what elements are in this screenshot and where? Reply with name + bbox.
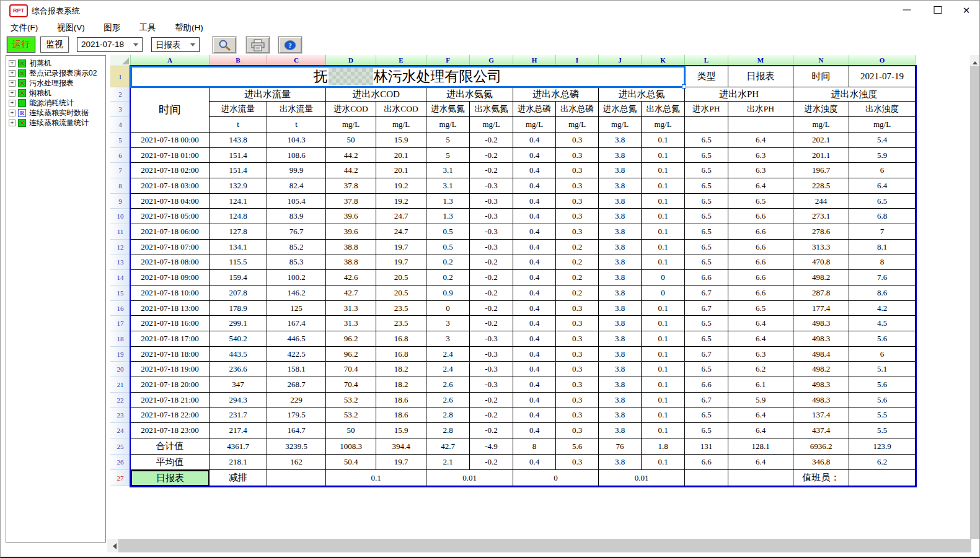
cell-O12[interactable]: 8.1 <box>849 240 916 255</box>
cell-L12[interactable]: 6.5 <box>685 240 728 255</box>
cell-K6[interactable]: 0.1 <box>642 148 685 163</box>
row-header-16[interactable]: 16 <box>110 301 131 316</box>
cell-D24[interactable]: 50 <box>326 423 376 438</box>
cell-H25[interactable]: 8 <box>513 438 556 455</box>
cell-J6[interactable]: 3.8 <box>599 148 642 163</box>
cell-G25[interactable]: -4.9 <box>470 438 513 455</box>
cell-H5[interactable]: 0.4 <box>513 133 556 148</box>
row-header-15[interactable]: 15 <box>110 286 131 301</box>
cell-C21[interactable]: 268.7 <box>267 377 326 393</box>
cell-A10-time[interactable]: 2021-07-18 05:00 <box>131 209 210 225</box>
cell-N5[interactable]: 202.1 <box>793 133 849 148</box>
cell-O7[interactable]: 6 <box>849 163 916 178</box>
cell-F19[interactable]: 2.4 <box>426 347 470 362</box>
cell-N9[interactable]: 244 <box>793 194 849 209</box>
cell-O14[interactable]: 7.6 <box>849 270 916 286</box>
cell-B7[interactable]: 151.4 <box>210 163 267 178</box>
cell-G17[interactable]: -0.2 <box>470 316 513 331</box>
cell-K7[interactable]: 0.1 <box>642 163 685 178</box>
cell-E6[interactable]: 20.1 <box>376 148 426 163</box>
row-header-2[interactable]: 2 <box>110 87 131 102</box>
cell-O22[interactable]: 5.6 <box>849 393 916 408</box>
cell-G11[interactable]: -0.3 <box>470 224 513 240</box>
cell-E20[interactable]: 18.2 <box>376 362 426 378</box>
cell-F16[interactable]: 0 <box>426 301 470 316</box>
cell-H27-value[interactable]: 0 <box>513 470 599 486</box>
cell-unit-11[interactable] <box>728 117 793 133</box>
cell-sub-header-1[interactable]: 出水流量 <box>267 102 326 117</box>
cell-C25[interactable]: 3239.5 <box>267 438 326 455</box>
cell-L14[interactable]: 6.6 <box>685 270 728 286</box>
cell-I7[interactable]: 0.3 <box>556 163 599 178</box>
cell-H14[interactable]: 0.4 <box>513 270 556 286</box>
cell-M12[interactable]: 6.6 <box>728 240 793 255</box>
cell-N20[interactable]: 498.2 <box>793 362 849 378</box>
cell-O20[interactable]: 5.1 <box>849 362 916 378</box>
cell-B18[interactable]: 540.2 <box>210 331 267 347</box>
tree-item-4[interactable]: 能源消耗统计 <box>9 98 105 108</box>
cell-O25[interactable]: 123.9 <box>849 438 916 455</box>
cell-L7[interactable]: 6.5 <box>685 163 728 178</box>
cell-C24[interactable]: 164.7 <box>267 423 326 438</box>
cell-N21[interactable]: 498.3 <box>793 377 849 393</box>
cell-E25[interactable]: 394.4 <box>376 438 426 455</box>
cell-M26[interactable]: 6.4 <box>728 455 793 470</box>
tree-item-5[interactable]: 连续蒸粮实时数据 <box>9 108 105 118</box>
cell-B19[interactable]: 443.5 <box>210 347 267 362</box>
cell-A11-time[interactable]: 2021-07-18 06:00 <box>131 224 210 240</box>
cell-E8[interactable]: 19.2 <box>376 178 426 194</box>
cell-I22[interactable]: 0.3 <box>556 393 599 408</box>
cell-H10[interactable]: 0.4 <box>513 209 556 225</box>
cell-G6[interactable]: -0.2 <box>470 148 513 163</box>
cell-K8[interactable]: 0.1 <box>642 178 685 194</box>
date-select[interactable]: 2021-07-18 <box>77 37 143 52</box>
cell-G26[interactable]: -0.2 <box>470 455 513 470</box>
cell-O6[interactable]: 5.9 <box>849 148 916 163</box>
cell-L16[interactable]: 6.7 <box>685 301 728 316</box>
cell-L15[interactable]: 6.7 <box>685 286 728 301</box>
cell-N13[interactable]: 470.8 <box>793 255 849 271</box>
cell-sub-header-10[interactable]: 进水PH <box>685 102 728 117</box>
horizontal-scroll-thumb[interactable] <box>118 539 971 552</box>
cell-C19[interactable]: 422.5 <box>267 347 326 362</box>
cell-B24[interactable]: 217.4 <box>210 423 267 438</box>
cell-E21[interactable]: 18.2 <box>376 377 426 393</box>
cell-H6[interactable]: 0.4 <box>513 148 556 163</box>
cell-C16[interactable]: 125 <box>267 301 326 316</box>
cell-sub-header-9[interactable]: 出水总氮 <box>642 102 685 117</box>
cell-J11[interactable]: 3.8 <box>599 224 642 240</box>
cell-G5[interactable]: -0.2 <box>470 133 513 148</box>
cell-L24[interactable]: 6.5 <box>685 423 728 438</box>
cell-unit-9[interactable]: mg/L <box>642 117 685 133</box>
cell-O10[interactable]: 6.8 <box>849 209 916 225</box>
cell-E26[interactable]: 19.7 <box>376 455 426 470</box>
cell-H7[interactable]: 0.4 <box>513 163 556 178</box>
cell-J18[interactable]: 3.8 <box>599 331 642 347</box>
cell-sub-header-8[interactable]: 进水总氮 <box>599 102 642 117</box>
cell-A27-report-type[interactable]: 日报表 <box>131 470 210 486</box>
cell-C17[interactable]: 167.4 <box>267 316 326 331</box>
cell-A6-time[interactable]: 2021-07-18 01:00 <box>131 148 210 163</box>
cell-L13[interactable]: 6.5 <box>685 255 728 271</box>
cell-F13[interactable]: 0.2 <box>426 255 470 271</box>
cell-I25[interactable]: 5.6 <box>556 438 599 455</box>
cell-C18[interactable]: 446.5 <box>267 331 326 347</box>
cell-B27-reduction[interactable]: 减排 <box>210 470 267 486</box>
cell-M25[interactable]: 128.1 <box>728 438 793 455</box>
cell-unit-5[interactable]: mg/L <box>470 117 513 133</box>
help-button[interactable]: ? <box>278 37 302 53</box>
cell-K12[interactable]: 0.1 <box>642 240 685 255</box>
cell-B15[interactable]: 207.8 <box>210 286 267 301</box>
cell-group-header-1[interactable]: 进出水COD <box>326 87 426 102</box>
cell-M10[interactable]: 6.6 <box>728 209 793 225</box>
cell-N22[interactable]: 498.3 <box>793 393 849 408</box>
cell-J20[interactable]: 3.8 <box>599 362 642 378</box>
cell-I26[interactable]: 0.3 <box>556 455 599 470</box>
cell-A24-time[interactable]: 2021-07-18 23:00 <box>131 423 210 438</box>
cell-A17-time[interactable]: 2021-07-18 16:00 <box>131 316 210 331</box>
cell-N16[interactable]: 177.4 <box>793 301 849 316</box>
select-all-corner[interactable] <box>110 55 131 66</box>
cell-J12[interactable]: 3.8 <box>599 240 642 255</box>
cell-G9[interactable]: -0.3 <box>470 194 513 209</box>
cell-D9[interactable]: 37.8 <box>326 194 376 209</box>
